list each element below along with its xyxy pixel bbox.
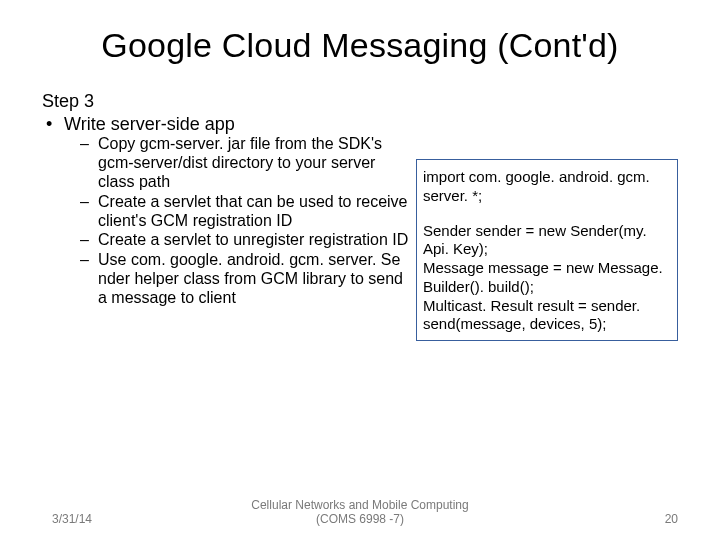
list-item: Write server-side app Copy gcm-server. j… xyxy=(42,114,678,341)
bullet-list-level-1: Write server-side app Copy gcm-server. j… xyxy=(42,114,678,341)
page-title: Google Cloud Messaging (Cont'd) xyxy=(42,26,678,65)
code-line: Multicast. Result result = sender. send(… xyxy=(423,297,671,335)
footer-date: 3/31/14 xyxy=(52,512,92,526)
footer-center-line1: Cellular Networks and Mobile Computing xyxy=(251,498,468,512)
code-line: import com. google. android. gcm. server… xyxy=(423,168,671,206)
bullet-text: Write server-side app xyxy=(64,114,235,134)
slide-footer: 3/31/14 Cellular Networks and Mobile Com… xyxy=(0,512,720,526)
code-line: Sender sender = new Sender(my. Api. Key)… xyxy=(423,222,671,260)
footer-page-number: 20 xyxy=(665,512,678,526)
footer-center: Cellular Networks and Mobile Computing (… xyxy=(0,498,720,526)
bullet-list-level-2: Copy gcm-server. jar file from the SDK's… xyxy=(64,135,414,308)
step-label: Step 3 xyxy=(42,91,678,112)
list-item: Create a servlet to unregister registrat… xyxy=(64,231,414,250)
list-item: Copy gcm-server. jar file from the SDK's… xyxy=(64,135,414,192)
code-snippet-box: import com. google. android. gcm. server… xyxy=(416,159,678,341)
code-line: Message message = new Message. Builder()… xyxy=(423,259,671,297)
list-item: Use com. google. android. gcm. server. S… xyxy=(64,251,414,308)
list-item: Create a servlet that can be used to rec… xyxy=(64,193,414,231)
footer-center-line2: (COMS 6998 -7) xyxy=(0,512,720,526)
slide: Google Cloud Messaging (Cont'd) Step 3 W… xyxy=(0,0,720,540)
